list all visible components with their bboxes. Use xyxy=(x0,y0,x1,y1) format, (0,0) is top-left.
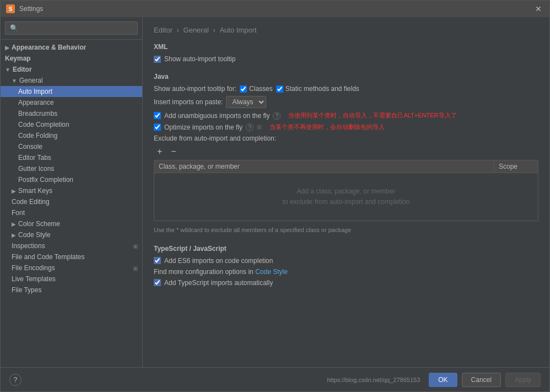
show-autoimport-tooltip-label: Show auto-import tooltip xyxy=(164,55,235,63)
optimize-imports-row: Optimize imports on the fly ? ⊞ 当某个类不再使用… xyxy=(154,123,538,131)
find-more-row: Find more configuration options in Code … xyxy=(154,268,538,276)
sidebar-item-code-style[interactable]: ▶ Code Style xyxy=(1,229,142,240)
sidebar-item-label: Breadcrumbs xyxy=(18,110,57,117)
sidebar-item-editor[interactable]: ▼ Editor xyxy=(1,64,142,75)
xml-section-title: XML xyxy=(154,43,538,51)
help-button[interactable]: ? xyxy=(9,374,21,386)
add-es6-checkbox[interactable] xyxy=(154,257,161,264)
sidebar-item-console[interactable]: Console xyxy=(1,141,142,152)
code-style-link[interactable]: Code Style xyxy=(255,268,288,276)
classes-checkbox[interactable] xyxy=(240,85,247,93)
app-icon: S xyxy=(6,4,15,13)
sidebar-item-label: Font xyxy=(12,209,25,217)
sidebar: ▶ Appearance & Behavior Keymap ▼ Editor … xyxy=(1,17,143,367)
typescript-section: TypeScript / JavaScript Add ES6 imports … xyxy=(154,245,538,287)
add-unambiguous-help-icon[interactable]: ? xyxy=(273,112,281,120)
sidebar-item-general[interactable]: ▼ General xyxy=(1,75,142,86)
settings-dialog: S Settings ✕ ▶ Appearance & Behavior Key… xyxy=(0,0,550,392)
sidebar-item-postfix-completion[interactable]: Postfix Completion xyxy=(1,174,142,185)
close-button[interactable]: ✕ xyxy=(533,4,544,13)
sidebar-item-smart-keys[interactable]: ▶ Smart Keys xyxy=(1,185,142,196)
sidebar-tree: ▶ Appearance & Behavior Keymap ▼ Editor … xyxy=(1,40,142,367)
show-autoimport-for-row: Show auto-import tooltip for: Classes St… xyxy=(154,85,538,93)
dialog-footer: ? https://blog.csdn.net/qq_27865153 OK C… xyxy=(1,367,549,391)
optimize-imports-help-icon[interactable]: ? xyxy=(246,123,254,131)
sidebar-item-label: Postfix Completion xyxy=(18,176,73,184)
cancel-button[interactable]: Cancel xyxy=(462,373,501,387)
table-empty-row: Add a class, package, or member to exclu… xyxy=(154,173,538,221)
search-input[interactable] xyxy=(5,22,138,35)
sidebar-item-label: Editor Tabs xyxy=(18,154,51,162)
sidebar-item-label: Editor xyxy=(13,66,32,73)
add-typescript-row: Add TypeScript imports automatically xyxy=(154,279,538,287)
sidebar-item-font[interactable]: Font xyxy=(1,207,142,218)
sidebar-item-label: Code Folding xyxy=(18,132,57,139)
exclude-label: Exclude from auto-import and completion: xyxy=(154,135,538,142)
add-unambiguous-annotation: 当使用到某个类时，自动导入，不需要自己ALT+ENTER导入了 xyxy=(288,111,456,120)
expand-arrow: ▶ xyxy=(12,232,16,238)
expand-arrow: ▼ xyxy=(5,67,10,73)
add-unambiguous-checkbox[interactable] xyxy=(154,112,161,119)
sidebar-item-appearance[interactable]: Appearance xyxy=(1,97,142,108)
footer-url: https://blog.csdn.net/qq_27865153 xyxy=(327,377,420,383)
sidebar-item-label: Appearance xyxy=(18,99,54,106)
sidebar-item-gutter-icons[interactable]: Gutter Icons xyxy=(1,163,142,174)
show-autoimport-tooltip-row: Show auto-import tooltip xyxy=(154,55,538,63)
sidebar-item-editor-tabs[interactable]: Editor Tabs xyxy=(1,152,142,163)
classes-checkbox-group: Classes xyxy=(240,85,273,93)
sidebar-item-label: Color Scheme xyxy=(18,220,60,228)
sidebar-item-label: File Types xyxy=(12,286,41,294)
sidebar-item-keymap[interactable]: Keymap xyxy=(1,53,142,64)
sidebar-item-label: Console xyxy=(18,143,42,151)
typescript-section-title: TypeScript / JavaScript xyxy=(154,245,538,253)
optimize-imports-annotation: 当某个类不再使用时，会自动删除包的导入 xyxy=(269,123,385,131)
main-content: Editor › General › Auto Import XML Show … xyxy=(143,17,549,367)
sidebar-item-code-folding[interactable]: Code Folding xyxy=(1,130,142,141)
show-autoimport-for-label: Show auto-import tooltip for: xyxy=(154,85,236,93)
sidebar-item-label: Smart Keys xyxy=(18,187,52,195)
sidebar-item-file-types[interactable]: File Types xyxy=(1,284,142,296)
java-section: Java Show auto-import tooltip for: Class… xyxy=(154,73,538,235)
remove-exclude-button[interactable]: − xyxy=(168,146,179,158)
xml-section: XML Show auto-import tooltip xyxy=(154,43,538,63)
inspections-icon: ▣ xyxy=(133,243,138,249)
sidebar-item-color-scheme[interactable]: ▶ Color Scheme xyxy=(1,218,142,229)
search-box xyxy=(1,17,142,40)
sidebar-item-label: Appearance & Behavior xyxy=(12,44,86,51)
sidebar-item-file-code-templates[interactable]: File and Code Templates xyxy=(1,251,142,262)
empty-line2: to exclude from auto-import and completi… xyxy=(283,198,410,206)
table-header: Class, package, or member Scope xyxy=(154,160,538,173)
add-typescript-checkbox[interactable] xyxy=(154,279,161,286)
static-methods-checkbox[interactable] xyxy=(276,85,283,93)
add-es6-row: Add ES6 imports on code completion xyxy=(154,257,538,265)
classes-label: Classes xyxy=(249,85,273,93)
optimize-imports-checkbox[interactable] xyxy=(154,123,161,131)
apply-button[interactable]: Apply xyxy=(505,373,541,387)
sidebar-item-auto-import[interactable]: Auto Import xyxy=(1,86,142,97)
sidebar-item-label: Auto Import xyxy=(18,88,52,95)
breadcrumb-part-2: General xyxy=(184,26,209,34)
sidebar-item-inspections[interactable]: Inspections ▣ xyxy=(1,240,142,251)
sidebar-item-live-templates[interactable]: Live Templates xyxy=(1,273,142,284)
sidebar-item-label: Code Editing xyxy=(12,198,50,206)
show-autoimport-tooltip-checkbox[interactable] xyxy=(154,56,161,63)
col-scope: Scope xyxy=(494,160,538,173)
sidebar-item-code-editing[interactable]: Code Editing xyxy=(1,196,142,207)
add-typescript-label: Add TypeScript imports automatically xyxy=(164,279,273,287)
sidebar-item-code-completion[interactable]: Code Completion xyxy=(1,119,142,130)
sidebar-item-breadcrumbs[interactable]: Breadcrumbs xyxy=(1,108,142,119)
sidebar-item-label: Gutter Icons xyxy=(18,165,54,173)
ok-button[interactable]: OK xyxy=(429,373,457,387)
optimize-imports-extra-icon: ⊞ xyxy=(257,123,262,131)
breadcrumb-part-3: Auto Import xyxy=(219,26,256,34)
sidebar-item-label: File and Code Templates xyxy=(12,253,85,261)
insert-imports-select[interactable]: Always Ask Never xyxy=(226,96,266,108)
sidebar-item-file-encodings[interactable]: File Encodings ▣ xyxy=(1,262,142,273)
static-methods-checkbox-group: Static methods and fields xyxy=(276,85,359,93)
add-exclude-button[interactable]: + xyxy=(154,146,165,158)
sidebar-item-label: File Encodings xyxy=(12,264,55,272)
add-es6-label: Add ES6 imports on code completion xyxy=(164,257,273,265)
insert-imports-row: Insert imports on paste: Always Ask Neve… xyxy=(154,96,538,108)
find-more-label: Find more configuration options in xyxy=(154,268,254,276)
sidebar-item-appearance-behavior[interactable]: ▶ Appearance & Behavior xyxy=(1,42,142,53)
